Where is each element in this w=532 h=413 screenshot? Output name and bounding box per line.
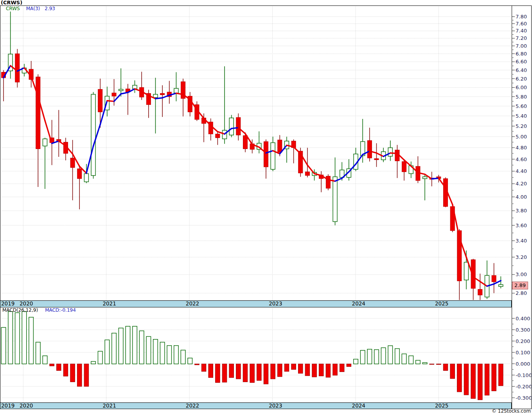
price-axis-label: 5.00 [516,134,527,140]
ma3-line-segment [390,153,397,153]
candle-down [278,140,282,152]
macd-bar-positive [1,327,6,364]
macd-bar-negative [333,364,338,375]
macd-bar-negative [443,364,448,371]
candle-up [229,118,234,135]
price-axis-label: 5.60 [516,103,527,109]
price-axis-label: 6.00 [516,84,527,90]
macd-bar-negative [347,364,351,367]
macd-bar-negative [264,364,268,384]
year-label: 2021 [102,300,116,307]
price-axis-label: 3.40 [516,238,527,244]
price-legend: CRWSMA(3)2.93 [6,6,55,11]
stock-chart-canvas: 7.807.607.407.207.006.806.606.406.206.00… [0,0,532,413]
macd-bar-negative [492,364,496,391]
macd-bar-positive [367,349,372,364]
macd-bar-positive [181,350,185,364]
macd-axis-label: 0.000 [516,361,530,367]
macd-bar-positive [402,354,406,364]
year-label: 2021 [102,402,116,409]
macd-bar-negative [305,364,310,376]
price-axis-label: 6.20 [516,76,527,82]
candle-up [43,139,47,146]
year-label: 2023 [269,402,282,409]
candle-up [84,174,88,182]
macd-bar-negative [437,364,441,365]
macd-bar-positive [188,358,192,364]
candle-down [98,89,102,112]
candle-up [91,94,95,176]
macd-bar-positive [354,359,358,364]
macd-bar-negative [57,364,61,371]
macd-bar-negative [485,364,489,395]
macd-bar-negative [201,364,206,372]
candle-down [243,136,247,149]
macd-bar-positive [409,356,413,364]
candle-up [423,177,427,179]
candle-down [15,54,20,82]
macd-bar-negative [84,364,89,387]
last-price-badge: 2.89 [512,282,528,289]
copyright: © 12Stocks.com [492,408,531,413]
price-axis-label: 6.40 [516,67,527,73]
price-axis-label: 5.20 [516,123,527,129]
year-label: 2024 [352,300,365,307]
macd-bar-negative [340,364,344,372]
candle-up [153,94,158,97]
macd-legend: MACD(26,12,9)MACD:-0.194 [2,307,76,313]
macd-bar-negative [243,364,248,382]
candle-down [216,134,220,138]
candle-up [271,143,275,169]
ma3-line-segment [155,98,162,99]
price-axis-label: 3.20 [516,254,527,260]
year-label: 2025 [435,300,448,307]
macd-bar-negative [471,364,476,399]
macd-bar-negative [250,364,255,383]
price-axis-label: 3.80 [516,208,527,214]
candle-down [36,77,40,149]
ma3-line-segment [4,66,11,78]
macd-bar-positive [8,312,13,364]
symbol-label: CRWS [6,6,20,11]
macd-bar-negative [216,364,220,383]
macd-bar-negative [77,364,82,387]
price-axis-label: 4.00 [516,194,527,200]
price-axis-label: 7.00 [516,43,527,49]
candle-down [492,275,496,282]
candle-down [478,289,482,295]
macd-bar-negative [298,364,303,373]
candle-up [388,148,392,156]
year-label: 2024 [352,402,365,409]
macd-bar-positive [15,313,20,364]
year-label: 2023 [269,300,282,307]
macd-bar-positive [29,317,34,364]
macd-bar-negative [257,364,262,381]
ma-value: 2.93 [45,6,55,11]
ma-label: MA(3) [26,6,40,11]
price-axis-label: 5.80 [516,94,527,100]
price-axis-label: 2.80 [516,290,527,296]
macd-bar-positive [105,340,110,364]
price-axis-label: 3.60 [516,223,527,228]
macd-bar-positive [133,326,137,364]
macd-bar-positive [139,331,144,364]
price-axis-label: 6.60 [516,59,527,65]
candle-down [112,93,116,96]
macd-bar-positive [119,328,123,364]
candle-up [464,262,469,280]
macd-bar-negative [291,364,296,370]
year-label: 2025 [435,402,448,409]
macd-bar-positive [422,363,427,364]
candle-up [119,89,123,90]
year-label: 2020 [20,402,33,409]
ma3-line-segment [294,147,301,154]
macd-bar-negative [430,364,434,365]
macd-axis-label: -0.200 [516,384,532,390]
price-axis-label: 4.60 [516,156,527,162]
macd-axis-label: -0.100 [516,372,532,378]
macd-params-label: MACD(26,12,9) [2,307,38,313]
macd-bar-negative [271,364,275,379]
macd-bar-negative [229,364,234,378]
macd-bar-positive [167,346,172,364]
candle-up [333,177,337,222]
